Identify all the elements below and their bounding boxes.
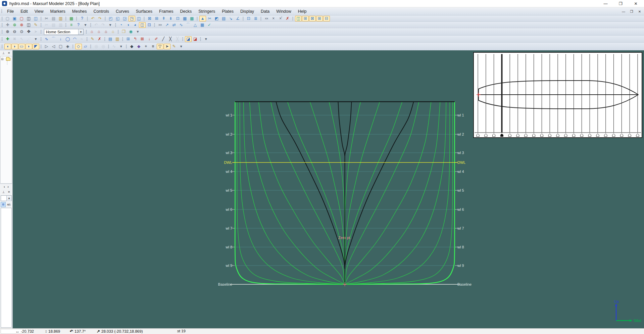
select-surface-icon[interactable]: ◤: [33, 44, 39, 49]
minimize-button[interactable]: —: [621, 10, 626, 13]
folder-icon[interactable]: [6, 58, 10, 61]
restore-button[interactable]: ❐: [629, 10, 634, 13]
paste-item-icon[interactable]: ▥: [57, 22, 64, 28]
surface-join-icon[interactable]: ◕: [132, 22, 139, 28]
boundary-shield-icon[interactable]: ▽: [157, 44, 163, 49]
menu-stringers[interactable]: Stringers: [195, 7, 218, 15]
assembly-tree[interactable]: ⊟ ··: [0, 56, 12, 184]
frame-box-icon[interactable]: ⊡: [245, 16, 252, 21]
outline-stern-icon[interactable]: ◁: [50, 44, 57, 49]
delete-marker-icon[interactable]: ✗: [96, 36, 103, 42]
table-insert-icon[interactable]: ⊞: [153, 16, 160, 21]
surface-trim-icon[interactable]: ◑: [125, 22, 132, 28]
view-all-icon[interactable]: ◫: [136, 16, 142, 21]
freehand-curve-icon[interactable]: ≈: [79, 36, 85, 42]
cross-lines-off-icon[interactable]: ╳: [174, 36, 181, 42]
split-view-icon[interactable]: ◫: [139, 22, 146, 28]
property-list[interactable]: [1, 208, 12, 328]
table-delete-icon[interactable]: ⊠: [146, 16, 153, 21]
plan-view-window[interactable]: [473, 52, 642, 138]
cross-lines-icon[interactable]: ╳: [167, 36, 174, 42]
more-views-icon[interactable]: ▾: [135, 29, 141, 35]
cut-icon[interactable]: ✂: [43, 16, 50, 21]
move-point-icon[interactable]: ↖: [18, 36, 25, 42]
menu-plates[interactable]: Plates: [218, 7, 237, 15]
shade-color-icon[interactable]: ◆: [136, 44, 142, 49]
unbond-pair-icon[interactable]: ◎: [100, 44, 107, 49]
cut-item-icon[interactable]: ✂: [43, 22, 50, 28]
snap-marker-icon[interactable]: ↰: [132, 36, 139, 42]
set-home-view-icon[interactable]: ⌂: [96, 29, 102, 35]
paste-markers-icon[interactable]: ▥: [114, 36, 121, 42]
render-view-icon[interactable]: ◉: [128, 29, 134, 35]
bond-pair-icon[interactable]: ◎: [93, 44, 100, 49]
curve-through-points-icon[interactable]: ⌒: [50, 36, 57, 42]
grid-spacing-2-icon[interactable]: ⊠: [309, 16, 316, 21]
add-item-icon[interactable]: ⊕: [11, 22, 18, 28]
view-plan-icon[interactable]: ◱: [114, 16, 121, 21]
sketch-surface-icon[interactable]: ✎: [171, 44, 178, 49]
add-curve-icon[interactable]: ∿: [43, 36, 50, 42]
nav-forward-icon[interactable]: ↷: [100, 22, 107, 28]
open-document-icon[interactable]: ▣: [11, 16, 18, 21]
reject-icon[interactable]: ✗: [284, 16, 291, 21]
home-view-icon[interactable]: ⌂: [89, 29, 95, 35]
print-icon[interactable]: ▦: [68, 16, 75, 21]
half-model-icon[interactable]: ◩: [213, 16, 220, 21]
paste-icon[interactable]: ▥: [57, 16, 64, 21]
move-item-icon[interactable]: ✚: [4, 22, 11, 28]
align-points-icon[interactable]: ⋰: [26, 36, 32, 42]
scroll-left-icon[interactable]: ‹: [4, 185, 5, 189]
menu-frames[interactable]: Frames: [156, 7, 177, 15]
save-icon[interactable]: ◫: [26, 16, 32, 21]
view-profile-icon[interactable]: ◲: [121, 16, 128, 21]
show-curvature-icon[interactable]: ◗: [26, 44, 32, 49]
more-render-icon[interactable]: ▾: [178, 44, 185, 49]
grid-spacing-3-icon[interactable]: ⊞: [316, 16, 323, 21]
check-model-icon[interactable]: ✓: [206, 22, 213, 28]
trim-curve-icon[interactable]: ✂: [206, 16, 213, 21]
grid-spacing-1-icon[interactable]: ⊞: [302, 16, 309, 21]
drawing-canvas[interactable]: wl 1wl 1wl 2wl 2wl 3wl 3wl 4wl 4wl 5wl 5…: [13, 50, 644, 328]
view-body-plan-icon[interactable]: ◳: [129, 16, 135, 21]
swap-ends-icon[interactable]: ⇄: [171, 22, 178, 28]
curve-point-edit-icon[interactable]: ∿: [111, 44, 117, 49]
clear-markers-icon[interactable]: ◪: [192, 36, 199, 42]
close-button[interactable]: ✕: [637, 10, 642, 13]
marker-net-icon[interactable]: ⊞: [125, 36, 132, 42]
add-surface-icon[interactable]: +: [143, 44, 149, 49]
delete-point-icon[interactable]: ✖: [11, 36, 18, 42]
contour-layers-icon[interactable]: ≡: [150, 44, 156, 49]
drop-marker-icon[interactable]: ↓: [146, 36, 153, 42]
clear-x-icon[interactable]: ×: [270, 16, 277, 21]
chevron-down-icon[interactable]: ▾: [78, 29, 83, 35]
pin-icon-2[interactable]: ⊥: [2, 190, 5, 194]
close-panel-icon[interactable]: ✕: [8, 51, 10, 55]
nav-back-icon[interactable]: ↶: [93, 22, 100, 28]
project-curve-icon[interactable]: ↓: [57, 36, 64, 42]
close-panel-icon-2[interactable]: ✕: [8, 190, 10, 194]
menu-help[interactable]: Help: [295, 7, 310, 15]
grid-spacing-4-icon[interactable]: ⊟: [323, 16, 330, 21]
fair-curve-icon[interactable]: ∿: [178, 22, 185, 28]
copy-icon[interactable]: ▤: [50, 16, 57, 21]
measure-diag-icon[interactable]: ↘: [228, 16, 234, 21]
markers-show-icon[interactable]: ▲: [199, 16, 206, 21]
properties-combo[interactable]: ▾: [1, 195, 12, 201]
rename-item-icon[interactable]: ✎: [33, 22, 39, 28]
calculate-icon[interactable]: ▦: [189, 16, 195, 21]
show-surface-icon[interactable]: ◗: [11, 44, 18, 49]
marker-grid-icon[interactable]: ⊠: [139, 36, 146, 42]
tree-view-toggle[interactable]: ⊞: [1, 202, 6, 207]
triangle-mesh-icon[interactable]: △: [192, 22, 199, 28]
save-all-icon[interactable]: ◫: [33, 16, 39, 21]
menu-file[interactable]: File: [4, 7, 17, 15]
snap-point-icon[interactable]: ↗: [164, 22, 170, 28]
more-markers-icon[interactable]: ▾: [203, 36, 209, 42]
context-help-icon[interactable]: ?: [75, 22, 82, 28]
table-view-icon[interactable]: ▦: [182, 16, 188, 21]
row-down-icon[interactable]: ⇟: [167, 16, 174, 21]
menu-decks[interactable]: Decks: [177, 7, 195, 15]
menu-meshes[interactable]: Meshes: [69, 7, 90, 15]
show-net-icon[interactable]: ◖: [4, 44, 11, 49]
